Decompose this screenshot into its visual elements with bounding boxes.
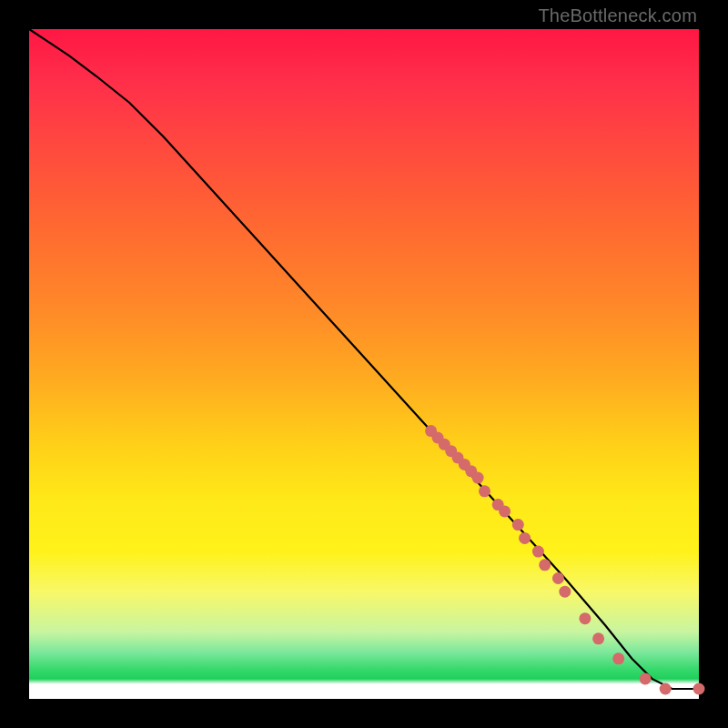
- attribution-label: TheBottleneck.com: [538, 5, 697, 26]
- dots-group: [425, 425, 704, 694]
- data-point: [559, 586, 571, 598]
- data-point: [693, 683, 705, 695]
- data-point: [472, 472, 484, 484]
- chart-overlay: [29, 29, 699, 699]
- curve-path: [29, 29, 699, 689]
- data-point: [592, 632, 604, 644]
- plot-area: [29, 29, 699, 699]
- data-point: [552, 572, 564, 584]
- data-point: [660, 683, 672, 695]
- data-point: [612, 652, 624, 664]
- data-point: [640, 672, 652, 684]
- data-point: [532, 546, 544, 558]
- data-point: [579, 612, 591, 624]
- data-point: [499, 505, 511, 517]
- data-point: [539, 559, 551, 571]
- data-point: [512, 519, 524, 531]
- data-point: [479, 485, 490, 497]
- data-point: [519, 532, 531, 544]
- chart-container: TheBottleneck.com: [0, 0, 728, 728]
